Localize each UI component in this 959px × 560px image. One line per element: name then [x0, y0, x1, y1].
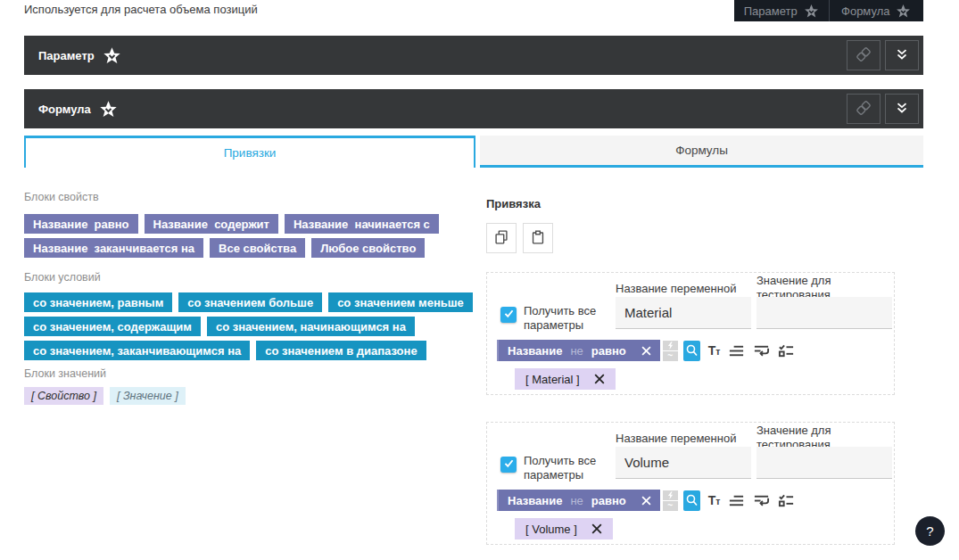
- top-toolbar: Параметр Формула: [734, 0, 923, 21]
- section-formula-title: Формула: [38, 103, 91, 116]
- tilde-button[interactable]: ~: [663, 351, 678, 361]
- double-chevron-down-icon: [894, 46, 910, 65]
- block-negation-toggle[interactable]: не: [570, 494, 583, 507]
- star-icon: [804, 4, 819, 19]
- tilde-button[interactable]: ~: [663, 501, 678, 511]
- binding-value-row: [ Volume ]: [515, 518, 613, 539]
- preview-search-icon[interactable]: [683, 490, 700, 511]
- tab-formulas-label: Формулы: [675, 144, 728, 157]
- copy-button[interactable]: [486, 223, 517, 253]
- condition-block[interactable]: со значением меньше: [328, 292, 473, 312]
- chip-row: Название заканчивается на Все свойства Л…: [24, 238, 475, 258]
- value-chip-label: [ Material ]: [525, 373, 580, 386]
- double-chevron-down-icon: [894, 100, 910, 119]
- name-not-equal-block[interactable]: Название не равно: [497, 340, 660, 361]
- chip-row: со значением, равным со значением больше…: [24, 292, 475, 312]
- section-actions: [847, 94, 919, 124]
- property-block[interactable]: Название заканчивается на: [24, 238, 203, 258]
- remove-block-icon[interactable]: [641, 496, 651, 506]
- value-block-property[interactable]: [ Свойство ]: [24, 387, 103, 405]
- unlink-icon: [855, 99, 872, 119]
- get-all-params-checkbox[interactable]: [500, 457, 517, 473]
- binding-panel-title: Привязка: [486, 197, 541, 210]
- checklist-icon[interactable]: [778, 492, 795, 509]
- value-chip[interactable]: [ Volume ]: [515, 518, 613, 539]
- wrap-text-icon[interactable]: [753, 492, 770, 509]
- section-parameter-title: Параметр: [38, 49, 95, 62]
- remove-block-icon[interactable]: [641, 346, 651, 356]
- section-actions: [847, 40, 919, 70]
- palette-properties-group: Блоки свойств Название равно Название со…: [24, 191, 475, 262]
- star-icon: [896, 4, 911, 19]
- block-field-label: Название: [508, 344, 562, 358]
- chip-row: [ Свойство ] [ Значение ]: [24, 387, 475, 405]
- block-mini-actions: ~: [663, 341, 678, 361]
- variable-name-input[interactable]: [616, 297, 751, 329]
- font-size-icon[interactable]: Tт: [708, 493, 721, 507]
- name-not-equal-block[interactable]: Название не равно: [497, 490, 660, 511]
- bolt-button[interactable]: [663, 341, 678, 350]
- unlink-icon: [855, 45, 872, 66]
- chip-row: Название равно Название содержит Названи…: [24, 214, 475, 234]
- bolt-button[interactable]: [663, 490, 678, 500]
- property-block[interactable]: Название равно: [24, 214, 138, 234]
- property-block[interactable]: Название начинается с: [285, 214, 439, 234]
- chip-row: со значением, заканчивающимся на со знач…: [24, 341, 475, 360]
- palette-values-label: Блоки значений: [24, 367, 475, 382]
- condition-block[interactable]: со значением в диапазоне: [256, 341, 426, 360]
- font-size-icon[interactable]: Tт: [708, 343, 721, 358]
- toolbar-formula-button[interactable]: Формула: [830, 0, 924, 21]
- unlink-button[interactable]: [847, 40, 880, 70]
- remove-value-icon[interactable]: [594, 374, 605, 384]
- page: Используется для расчета объема позиций …: [0, 0, 959, 560]
- unlink-button[interactable]: [847, 94, 880, 124]
- clipboard-actions: [486, 223, 553, 253]
- variable-name-input[interactable]: [616, 447, 751, 479]
- block-mini-actions: ~: [663, 490, 678, 511]
- condition-block[interactable]: со значением, равным: [24, 292, 172, 312]
- tab-formulas[interactable]: Формулы: [480, 136, 923, 168]
- wrap-text-icon[interactable]: [753, 342, 770, 359]
- property-block[interactable]: Все свойства: [210, 238, 305, 258]
- binding-card: Получить все параметры Название переменн…: [486, 272, 895, 395]
- condition-block[interactable]: со значением, заканчивающимся на: [24, 341, 250, 360]
- collapse-button[interactable]: [885, 40, 919, 70]
- toolbar-parameter-button[interactable]: Параметр: [734, 0, 829, 21]
- block-negation-toggle[interactable]: не: [570, 344, 583, 358]
- preview-search-icon[interactable]: [683, 341, 700, 361]
- condition-block[interactable]: со значением, содержащим: [24, 317, 201, 336]
- test-value-input[interactable]: [756, 297, 892, 329]
- value-chip[interactable]: [ Material ]: [515, 368, 616, 390]
- section-parameter-bar: Параметр: [24, 36, 923, 75]
- list-icon[interactable]: [728, 342, 745, 359]
- condition-block[interactable]: со значением, начинающимся на: [207, 317, 415, 336]
- remove-value-icon[interactable]: [591, 523, 602, 534]
- value-block-value[interactable]: [ Значение ]: [110, 387, 186, 405]
- get-all-params-label: Получить все параметры: [524, 454, 615, 482]
- chip-row: со значением, содержащим со значением, н…: [24, 317, 475, 336]
- property-block[interactable]: Любое свойство: [311, 238, 425, 258]
- toolbar-formula-label: Формула: [841, 4, 889, 18]
- clipboard-icon: [529, 228, 547, 249]
- test-value-input[interactable]: [756, 447, 892, 479]
- list-icon[interactable]: [728, 492, 745, 509]
- page-subtitle: Используется для расчета объема позиций: [24, 3, 258, 16]
- help-button[interactable]: ?: [915, 516, 945, 546]
- property-block[interactable]: Название содержит: [145, 214, 278, 234]
- tab-bindings[interactable]: Привязки: [24, 136, 475, 168]
- checklist-icon[interactable]: [778, 342, 795, 359]
- section-formula-bar: Формула: [24, 89, 923, 128]
- condition-block[interactable]: со значением больше: [178, 292, 322, 312]
- paste-button[interactable]: [523, 223, 553, 253]
- tab-bindings-label: Привязки: [224, 146, 277, 160]
- star-icon: [103, 46, 121, 65]
- check-icon: [503, 457, 515, 473]
- toolbar-parameter-label: Параметр: [744, 4, 798, 18]
- get-all-params-label: Получить все параметры: [524, 304, 615, 333]
- palette-conditions-group: Блоки условий со значением, равным со зн…: [24, 271, 475, 365]
- palette-values-group: Блоки значений [ Свойство ] [ Значение ]: [24, 367, 475, 409]
- copy-icon: [492, 228, 510, 249]
- value-chip-label: [ Volume ]: [525, 523, 577, 536]
- get-all-params-checkbox[interactable]: [500, 307, 517, 323]
- collapse-button[interactable]: [885, 94, 919, 124]
